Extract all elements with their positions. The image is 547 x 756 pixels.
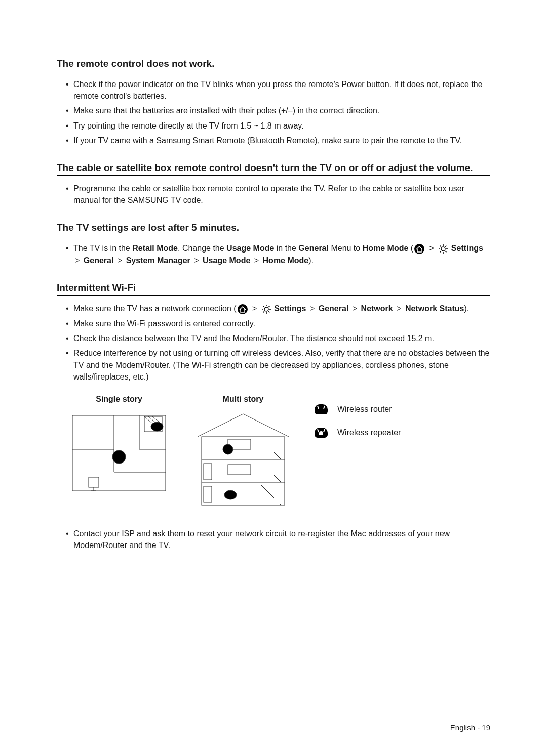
text-bold: Retail Mode bbox=[132, 244, 178, 253]
svg-line-16 bbox=[263, 306, 264, 307]
chevron-icon: > bbox=[353, 304, 357, 313]
floorplan-multi-icon bbox=[192, 409, 294, 508]
gear-icon bbox=[438, 244, 448, 254]
home-icon bbox=[414, 243, 425, 255]
diagram-multi-story: Multi story bbox=[192, 395, 294, 510]
svg-line-19 bbox=[268, 306, 269, 307]
section-wifi: Intermittent Wi-Fi Make sure the TV has … bbox=[57, 282, 490, 551]
text-bold: Settings bbox=[451, 244, 483, 253]
svg-rect-32 bbox=[89, 477, 99, 487]
svg-line-9 bbox=[446, 246, 447, 247]
chevron-icon: > bbox=[118, 256, 122, 265]
section-settings-lost: The TV settings are lost after 5 minutes… bbox=[57, 222, 490, 266]
heading-remote: The remote control does not work. bbox=[57, 58, 490, 71]
list-item: If your TV came with a Samsung Smart Rem… bbox=[66, 135, 490, 146]
legend-label: Wireless repeater bbox=[337, 428, 401, 437]
svg-rect-46 bbox=[204, 486, 212, 502]
text-bold: Network Status bbox=[405, 304, 464, 313]
list-item: Reduce interference by not using or turn… bbox=[66, 347, 490, 383]
svg-line-44 bbox=[261, 485, 281, 505]
page-footer: English - 19 bbox=[450, 723, 490, 732]
text: . Change the bbox=[178, 244, 226, 253]
text: Menu to bbox=[329, 244, 363, 253]
home-icon bbox=[237, 304, 248, 315]
chevron-icon: > bbox=[252, 304, 257, 313]
diagram-label: Single story bbox=[66, 395, 172, 404]
heading-settings-lost: The TV settings are lost after 5 minutes… bbox=[57, 222, 490, 235]
list-item: Make sure that the batteries are install… bbox=[66, 105, 490, 116]
text-bold: Usage Mode bbox=[226, 244, 274, 253]
list-remote: Check if the power indicator on the TV b… bbox=[57, 78, 490, 146]
text: ). bbox=[308, 256, 314, 265]
chevron-icon: > bbox=[194, 256, 199, 265]
svg-line-6 bbox=[440, 246, 441, 247]
chevron-icon: > bbox=[429, 244, 434, 253]
repeater-icon bbox=[314, 427, 328, 438]
svg-point-41 bbox=[224, 490, 237, 499]
svg-line-42 bbox=[261, 439, 281, 459]
list-item: The TV is in the Retail Mode. Change the… bbox=[66, 242, 490, 266]
svg-line-17 bbox=[268, 311, 269, 312]
router-icon bbox=[314, 404, 328, 415]
chevron-icon: > bbox=[310, 304, 315, 313]
svg-point-39 bbox=[223, 444, 233, 454]
text-bold: Network bbox=[361, 304, 393, 313]
gear-icon bbox=[261, 304, 271, 314]
text-bold: Usage Mode bbox=[203, 256, 250, 265]
diagram-legend: Wireless router Wireless repeater bbox=[314, 395, 401, 450]
text-bold: General bbox=[319, 304, 349, 313]
text-bold: General bbox=[298, 244, 329, 253]
text-bold: General bbox=[84, 256, 114, 265]
svg-point-0 bbox=[414, 244, 424, 254]
list-item: Make sure the TV has a network connectio… bbox=[66, 303, 490, 315]
chevron-icon: > bbox=[254, 256, 259, 265]
section-remote: The remote control does not work. Check … bbox=[57, 58, 490, 146]
list-item: Try pointing the remote directly at the … bbox=[66, 120, 490, 132]
diagram-single-story: Single story bbox=[66, 395, 172, 497]
legend-router: Wireless router bbox=[314, 404, 401, 415]
list-wifi: Make sure the TV has a network connectio… bbox=[57, 303, 490, 383]
text: ). bbox=[464, 304, 469, 313]
svg-point-31 bbox=[151, 422, 163, 431]
legend-label: Wireless router bbox=[337, 405, 392, 414]
section-cable: The cable or satellite box remote contro… bbox=[57, 162, 490, 206]
text-bold: System Manager bbox=[126, 256, 190, 265]
diagram-label: Multi story bbox=[192, 395, 294, 404]
svg-line-18 bbox=[263, 311, 264, 312]
svg-rect-45 bbox=[204, 464, 212, 480]
svg-line-43 bbox=[261, 462, 281, 482]
list-settings-lost: The TV is in the Retail Mode. Change the… bbox=[57, 242, 490, 266]
list-wifi-contact: Contact your ISP and ask them to reset y… bbox=[57, 528, 490, 551]
svg-line-7 bbox=[446, 251, 447, 252]
text: ( bbox=[408, 244, 413, 253]
svg-point-1 bbox=[441, 247, 445, 251]
diagram-row: Single story Multi s bbox=[57, 395, 490, 510]
svg-point-30 bbox=[112, 450, 126, 464]
chevron-icon: > bbox=[397, 304, 401, 313]
text: The TV is in the bbox=[73, 244, 132, 253]
list-item: Check the distance between the TV and th… bbox=[66, 332, 490, 344]
text: in the bbox=[274, 244, 298, 253]
heading-cable: The cable or satellite box remote contro… bbox=[57, 162, 490, 176]
text: Make sure the TV has a network connectio… bbox=[73, 304, 237, 313]
heading-wifi: Intermittent Wi-Fi bbox=[57, 282, 490, 296]
svg-rect-40 bbox=[228, 465, 251, 475]
list-item: Make sure the Wi-Fi password is entered … bbox=[66, 318, 490, 329]
text-bold: Home Mode bbox=[263, 256, 309, 265]
list-item: Programme the cable or satellite box rem… bbox=[66, 183, 490, 206]
svg-rect-35 bbox=[202, 437, 285, 505]
text-bold: Home Mode bbox=[363, 244, 409, 253]
chevron-icon: > bbox=[75, 256, 80, 265]
floorplan-single-icon bbox=[66, 409, 172, 497]
list-item: Contact your ISP and ask them to reset y… bbox=[66, 528, 490, 551]
legend-repeater: Wireless repeater bbox=[314, 427, 401, 438]
svg-line-8 bbox=[440, 251, 441, 252]
text-bold: Settings bbox=[274, 304, 306, 313]
list-cable: Programme the cable or satellite box rem… bbox=[57, 183, 490, 206]
svg-point-11 bbox=[264, 307, 268, 311]
svg-point-10 bbox=[238, 304, 248, 314]
list-item: Check if the power indicator on the TV b… bbox=[66, 78, 490, 102]
